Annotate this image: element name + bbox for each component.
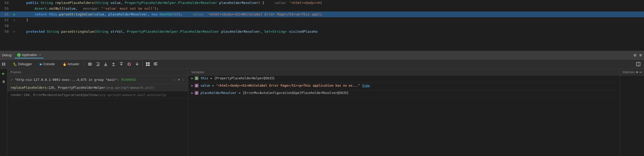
menu-icon[interactable]: ≡	[639, 53, 642, 58]
code-editor: 54 public String replacePlaceholders(Str…	[0, 0, 644, 51]
this-expand-icon[interactable]: ▶	[191, 76, 193, 80]
frames-header: Frames	[7, 69, 188, 76]
this-var-value: {PropertyPlaceholderHelper@5633}	[214, 76, 275, 80]
frame-method-1: replacePlaceholders	[10, 86, 46, 90]
this-var-name: this	[201, 76, 208, 80]
resolver-var-value: {ErrorMvcAutoConfiguration$SpelPlacehold…	[243, 91, 349, 95]
frame-detail-2: :194, ErrorMvcAutoConfiguration$SpelView	[22, 93, 98, 97]
svg-rect-4	[88, 65, 92, 65]
code-line-58: 58	[0, 23, 644, 29]
variables-panel: Variables ▶ ≡ this = {PropertyPlaceholde…	[188, 69, 620, 156]
code-line-55: 55 Assert.notNull(value, message: "'valu…	[0, 6, 644, 12]
toolbar-sep-1	[84, 62, 85, 67]
actuator-tab[interactable]: 🔥 Actuator	[59, 61, 83, 67]
variable-placeholder-resolver[interactable]: ▶ p placeholderResolver = {ErrorMvcAutoC…	[188, 90, 620, 98]
debug-tab-close[interactable]: ×	[39, 53, 41, 57]
debugger-tab[interactable]: 🐛 Debugger	[9, 61, 36, 67]
debugger-tab-label: Debugger	[18, 62, 32, 66]
thread-up-arrow[interactable]: ↑	[172, 78, 174, 82]
console-tab-icon: ▶	[40, 62, 42, 66]
svg-rect-19	[154, 65, 158, 65]
thread-menu-icon[interactable]: ⋮	[182, 78, 185, 82]
variable-this[interactable]: ▶ ≡ this = {PropertyPlaceholderHelper@56…	[188, 76, 620, 83]
thread-status: RUNNING	[120, 78, 136, 82]
watches-panel: Watches + −	[620, 69, 644, 156]
debug-application-tab[interactable]: Application ×	[14, 52, 44, 58]
debug-bar: Debug: Application × ⚙ ≡	[0, 51, 644, 59]
variables-header: Variables	[188, 69, 620, 76]
this-type-icon: ≡	[195, 76, 198, 80]
side-panel-icon[interactable]	[0, 59, 7, 69]
gear-icon[interactable]: ⚙	[634, 53, 636, 58]
debugger-toolbar: 🐛 Debugger ▶ Console 🔥 Actuator	[0, 59, 644, 69]
value-expand-icon[interactable]: ▶	[191, 84, 193, 87]
code-line-57: 57 ▷ }	[0, 17, 644, 23]
thread-filter-icon[interactable]: ▼	[177, 78, 181, 82]
throw-exception-button[interactable]	[133, 60, 141, 68]
svg-rect-2	[88, 63, 92, 63]
value-var-string: <html><body><h1>Whitelabel Error Page</h…	[218, 84, 358, 87]
frame-method-2: render	[10, 93, 22, 97]
remove-watch-button[interactable]: −	[639, 70, 642, 75]
view-value-link[interactable]: View	[362, 84, 370, 87]
frame-detail-1: :126, PropertyPlaceholderHelper	[46, 86, 105, 90]
thread-name: "http-nio-127.0.0.1-9091-exec-...4,675 i…	[15, 78, 119, 82]
value-type-icon: p	[195, 84, 198, 87]
svg-rect-3	[88, 64, 92, 64]
frames-panel: Frames ✓ "http-nio-127.0.0.1-9091-exec-.…	[7, 69, 188, 156]
svg-rect-18	[154, 64, 156, 64]
code-line-59: 59 ▷ protected String parseStringValue(S…	[0, 29, 644, 35]
watches-header: Watches + −	[620, 69, 644, 76]
actuator-tab-icon: 🔥	[63, 62, 67, 66]
watches-controls: + −	[636, 70, 642, 75]
resolver-var-name: placeholderResolver	[201, 91, 236, 95]
variable-value[interactable]: ▶ p value = "<html><body><h1>Whitelabel …	[188, 83, 620, 90]
reset-frame-button[interactable]	[126, 60, 133, 68]
resolver-expand-icon[interactable]: ▶	[191, 91, 193, 95]
console-tab[interactable]: ▶ Console	[36, 61, 58, 67]
application-tab-icon	[17, 53, 21, 57]
customize-button[interactable]	[144, 60, 151, 68]
thread-down-arrow[interactable]: ↓	[175, 78, 176, 82]
value-var-value: "<html><body><h1>Whitelabel Error Page</…	[216, 84, 360, 87]
restore-layout-button[interactable]	[635, 60, 642, 68]
debug-bar-settings: ⚙ ≡	[634, 53, 642, 58]
svg-rect-1	[4, 63, 5, 66]
left-icon-strip: ▶ ⏸	[0, 69, 7, 156]
pause-icon[interactable]: ⏸	[2, 80, 6, 84]
value-var-name: value	[201, 84, 210, 87]
svg-rect-17	[154, 63, 158, 63]
variables-content: ▶ ≡ this = {PropertyPlaceholderHelper@56…	[188, 76, 620, 156]
debug-label: Debug:	[2, 53, 12, 57]
toolbar-sep-2	[142, 62, 143, 67]
stack-frame-1[interactable]: replacePlaceholders :126, PropertyPlaceh…	[7, 84, 188, 91]
main-panels: ▶ ⏸ Frames ✓ "http-nio-127.0.0.1-9091-ex…	[0, 69, 644, 156]
step-over-button[interactable]	[94, 60, 101, 68]
svg-rect-14	[148, 62, 150, 64]
show-frames-button[interactable]	[86, 60, 94, 68]
thread-row[interactable]: ✓ "http-nio-127.0.0.1-9091-exec-...4,675…	[7, 76, 188, 84]
settings-button[interactable]	[152, 60, 159, 68]
step-out-button[interactable]	[110, 60, 117, 68]
toolbar-right	[635, 60, 642, 68]
code-line-54: 54 public String replacePlaceholders(Str…	[0, 0, 644, 6]
step-into-button[interactable]	[102, 60, 109, 68]
thread-check-icon: ✓	[10, 78, 13, 82]
application-tab-label: Application	[22, 53, 37, 57]
resolver-type-icon: p	[195, 91, 198, 95]
svg-rect-0	[2, 63, 3, 66]
add-watch-button[interactable]: +	[636, 70, 638, 75]
stack-frame-2[interactable]: render :194, ErrorMvcAutoConfiguration$S…	[7, 91, 188, 99]
frames-content: ✓ "http-nio-127.0.0.1-9091-exec-...4,675…	[7, 76, 188, 156]
console-tab-label: Console	[43, 62, 55, 66]
resume-icon[interactable]: ▶	[2, 71, 5, 76]
frame-package-2: (org.springframework.boot.autoconfig	[98, 93, 166, 97]
svg-rect-15	[146, 64, 148, 66]
debugger-tab-icon: 🐛	[13, 62, 17, 66]
svg-rect-16	[148, 64, 150, 66]
frame-package-1: (org.springframework.util)	[105, 86, 154, 90]
svg-rect-13	[146, 62, 148, 64]
run-to-cursor-button[interactable]	[118, 60, 125, 68]
actuator-tab-label: Actuator	[68, 62, 79, 66]
thread-controls: ↑ ↓ ▼ ⋮	[172, 78, 185, 82]
